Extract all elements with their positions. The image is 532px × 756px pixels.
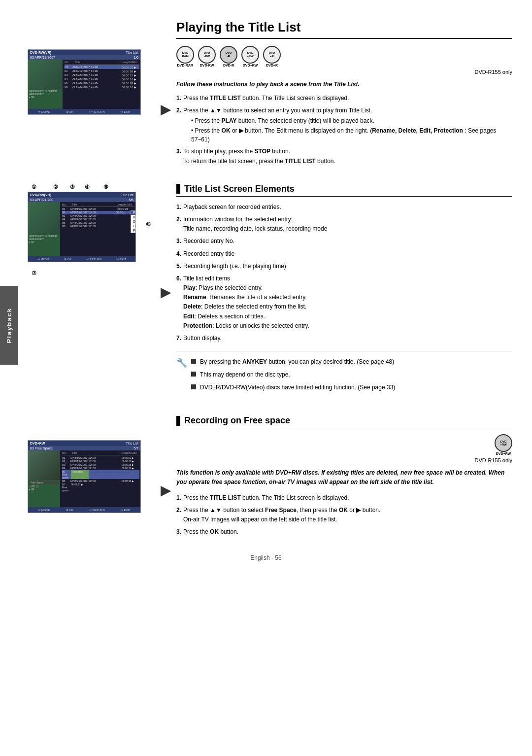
- element-6: 6. Title list edit items Play: Plays the…: [176, 274, 512, 331]
- screen1-footer-return: ↩ RETURN: [89, 110, 105, 113]
- num-5: ⑤: [103, 184, 108, 190]
- arrow-2: ▶: [156, 184, 176, 401]
- screen1-title-list: Title List: [126, 51, 138, 54]
- diagram-numbers-top: ① ② ③ ④ ⑤: [28, 184, 156, 190]
- screen2-title-list: Title List: [121, 193, 133, 197]
- num-7: ⑦: [28, 270, 156, 276]
- recording-intro: This function is only available with DVD…: [176, 468, 512, 487]
- ctx-play: Play: [131, 210, 136, 215]
- note-square-1: [191, 359, 196, 364]
- dvd-r155-only-3: DVD-R155 only: [176, 457, 512, 463]
- num-2: ②: [53, 184, 58, 190]
- screen3-row-1: 01 APR/19/2007 12:00 00:00:21 ▶: [62, 456, 139, 459]
- note-2: This may depend on the disc type.: [191, 370, 395, 379]
- element-7: 7. Button display.: [176, 334, 512, 343]
- side-tab: Playback: [0, 286, 18, 365]
- screen1-row-5: 05 APR/21/2007 12:00 00:08:02 ▶: [65, 81, 139, 85]
- screen-mockup-3: DVD+RW Title List 83 Free Space 5/7 Free…: [28, 440, 141, 513]
- screen2-logo: DVD-RW(VR): [30, 193, 51, 197]
- screen1-row-3: 03 APR/20/2007 12:00 00:00:15 ▶: [65, 73, 139, 77]
- screen1-footer-exit: ↪ EXIT: [121, 110, 131, 113]
- screen2-date: 83 APR/21/200: [30, 198, 53, 202]
- screen2-row-6: 06 APR/21/2007 12:00: [62, 225, 134, 228]
- ctx-protection: Protection: [131, 228, 136, 233]
- screen1-logo: DVD-RW(VR): [30, 51, 51, 54]
- ctx-delete: Delete: [131, 219, 136, 224]
- screen3-row-5: 05 Free space Recording: [62, 470, 139, 479]
- screen2-row-5: 05 APR/21/2007 12:00: [62, 221, 134, 225]
- screen2-row-3: 03 APR/20/2007 12:00: [62, 214, 134, 218]
- screen3-row-4: 04 APR/20/2007 12:00 00:00:16 ▶: [62, 466, 139, 470]
- screen3-row-7: 07 Free space 00:42:27 ▶: [62, 482, 139, 492]
- screen1-row-4: 04 APR/20/2007 12:00 00:00:16 ▶: [65, 77, 139, 81]
- side-tab-label: Playback: [5, 308, 13, 343]
- screen1-col-len: Length Edit: [122, 61, 139, 64]
- recording-step-3: 3. Press the OK button.: [176, 527, 512, 537]
- note-square-2: [191, 372, 196, 377]
- disc-icons-playing: DVDRAM DVD-RAM DVD-RW DVD-RW DVD-R DVD-R…: [176, 46, 512, 67]
- screen2-preview-info1: APR/21/2007 12:00 PR12: [29, 235, 59, 238]
- subsection-title-elements: Title List Screen Elements: [176, 184, 512, 197]
- screen1-preview-image: [28, 60, 63, 89]
- screen1-col-no: No.: [65, 61, 71, 64]
- screen1-preview-info1: APR/19/2007 12:00 PR12 APR/19/2007 ♦ SP: [28, 89, 63, 99]
- screen2-row-1: 01 APR/19/2007 12:00 00:00:21: [62, 207, 134, 211]
- screen-mockup-1: DVD-RW(VR) Title List 83 APR/19/2007 1/6…: [28, 49, 141, 115]
- screen1-row-2: 02 APR/19/2007 12:00 00:00:02 ▶: [65, 69, 139, 73]
- num-1: ①: [32, 184, 36, 190]
- num-4: ④: [85, 184, 90, 190]
- screen3-freespace-label: Free Space: [29, 481, 59, 484]
- playing-step-1: 1. Press the TITLE LIST button. The Titl…: [176, 94, 512, 103]
- screen3-page: 5/7: [133, 447, 138, 450]
- screen1-footer-move: ⇔ MOVE: [38, 110, 50, 113]
- section-title-playing: Playing the Title List: [176, 20, 512, 39]
- screen1-row-1: DT APR/19/2007 12:00 00:00:21 ▶: [65, 65, 139, 69]
- disc-icons-recording: DVD+RW DVD+RW: [176, 434, 512, 455]
- page-footer: English - 56: [0, 554, 532, 571]
- ctx-rename: Rename: [131, 215, 136, 219]
- arrow-1: ▶: [156, 20, 176, 169]
- note-3: DVD±R/DVD-RW(Video) discs have limited e…: [191, 383, 395, 392]
- screen2-page: 5/6: [129, 198, 133, 202]
- screen1-page: 1/6: [133, 56, 138, 59]
- element-2: 2. Information window for the selected e…: [176, 215, 512, 234]
- screen1-footer-ok: ⊕ OK: [66, 110, 73, 113]
- dvd-r155-only-1: DVD-R155 only: [176, 69, 512, 75]
- num-3: ③: [70, 184, 75, 190]
- note-1: By pressing the ANYKEY button, you can p…: [191, 357, 395, 366]
- title-bar-icon: [176, 184, 180, 194]
- screen3-row-3: 03 APR/20/2007 12:00 00:00:16 ▶: [62, 463, 139, 466]
- screen3-row-6: 06 APR/21/2007 12:00 00:08:16 ▶: [62, 479, 139, 482]
- element-4: 4. Recorded entry title: [176, 249, 512, 259]
- screen3-row-2: 02 APR/19/2007 12:00 00:00:08 ▶: [62, 459, 139, 463]
- ctx-edit: Edit: [131, 224, 136, 228]
- element-5: 5. Recording length (i.e., the playing t…: [176, 262, 512, 271]
- playing-step-3: 3. To stop title play, press the STOP bu…: [176, 147, 512, 166]
- screen1-date: 83 APR/19/2007: [30, 56, 55, 59]
- num-6: ⑥: [146, 221, 151, 228]
- screen2-row-4: 04 APR/20/2007 12:00: [62, 218, 134, 221]
- screen3-logo: DVD+RW: [30, 442, 45, 445]
- screen3-date: 83 Free Space: [30, 447, 53, 450]
- screen-mockup-2: DVD-RW(VR) Title List 83 APR/21/200 5/6 …: [28, 192, 136, 262]
- notes-section: 🔧 By pressing the ANYKEY button, you can…: [176, 351, 512, 396]
- playing-intro: Follow these instructions to play back a…: [176, 81, 512, 88]
- element-1: 1. Playback screen for recorded entries.: [176, 203, 512, 212]
- screen1-col-title: Title: [74, 61, 119, 64]
- recording-step-2: 2. Press the ▲▼ button to select Free Sp…: [176, 506, 512, 524]
- note-square-3: [191, 384, 196, 389]
- recording-step-1: 1. Press the TITLE LIST button. The Titl…: [176, 493, 512, 503]
- title-bar-icon-2: [176, 416, 180, 426]
- screen3-title-list: Title List: [126, 442, 138, 445]
- playing-step-2: 2. Press the ▲▼ buttons to select an ent…: [176, 106, 512, 144]
- screen2-row-2: 02 APR/19/2007 12:00 00:00: Play Rename …: [62, 211, 134, 214]
- arrow-3: ▶: [156, 415, 176, 540]
- subsection-title-recording: Recording on Free space: [176, 415, 512, 428]
- element-3: 3. Recorded entry No.: [176, 237, 512, 246]
- note-icon-wrench: 🔧: [176, 357, 187, 368]
- screen1-row-6: 06 APR/21/2007 12:00 00:08:16 ▶: [65, 85, 139, 89]
